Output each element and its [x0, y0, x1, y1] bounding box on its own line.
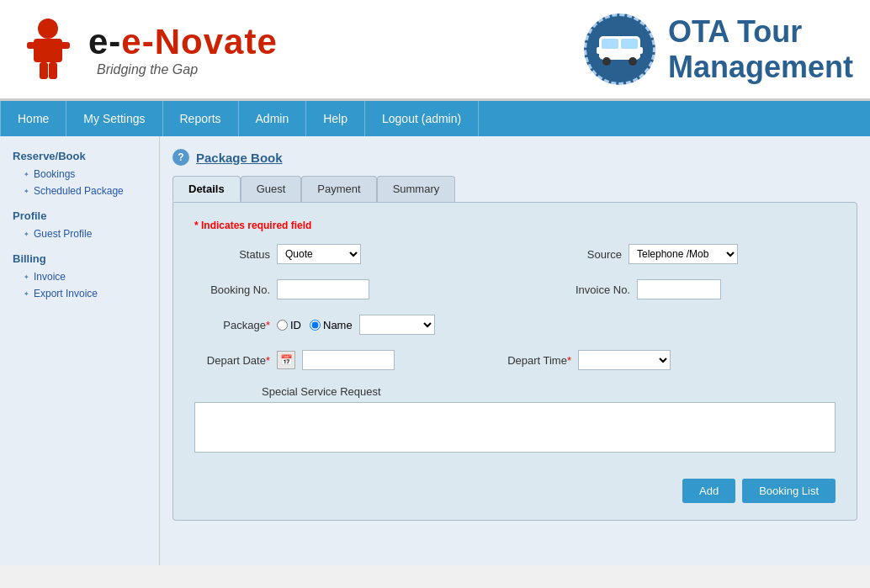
- svg-rect-13: [639, 47, 643, 54]
- svg-rect-4: [40, 62, 48, 79]
- nav-logout[interactable]: Logout (admin): [365, 101, 479, 136]
- tab-payment[interactable]: Payment: [301, 176, 376, 202]
- bus-icon-circle: [584, 13, 655, 85]
- depart-time-select[interactable]: [578, 350, 671, 370]
- page-title-row: ? Package Book: [172, 149, 857, 166]
- invoice-no-input[interactable]: [637, 279, 721, 299]
- invoice-no-group: Invoice No.: [554, 279, 721, 299]
- svg-rect-3: [58, 42, 70, 49]
- sidebar-item-export-invoice[interactable]: Export Invoice: [0, 285, 159, 302]
- depart-date-label: Depart Date*: [194, 354, 270, 367]
- sidebar: Reserve/Book Bookings Scheduled Package …: [0, 136, 160, 565]
- depart-date-input[interactable]: [302, 350, 395, 370]
- logo-left: e-e-Novate Bridging the Gap: [17, 13, 278, 85]
- special-service-label: Special Service Request: [262, 385, 836, 398]
- sidebar-section-billing[interactable]: Billing: [0, 247, 159, 268]
- add-button[interactable]: Add: [682, 479, 735, 503]
- svg-point-11: [629, 57, 637, 66]
- required-note: * Indicates required field: [194, 220, 836, 231]
- booking-no-label: Booking No.: [194, 283, 270, 296]
- sidebar-section-reserve-book[interactable]: Reserve/Book: [0, 145, 159, 166]
- depart-date-group: Depart Date* 📅: [194, 350, 395, 370]
- source-select[interactable]: Telephone /Mob Email Walk-in Online: [629, 244, 738, 264]
- radio-name[interactable]: [310, 320, 321, 331]
- content-area: ? Package Book Details Guest Payment Sum…: [160, 136, 870, 565]
- invoice-no-label: Invoice No.: [554, 283, 630, 296]
- radio-id-label[interactable]: ID: [277, 319, 301, 331]
- tab-summary[interactable]: Summary: [377, 176, 456, 202]
- source-group: Source Telephone /Mob Email Walk-in Onli…: [546, 244, 738, 264]
- enovate-logo-icon: [17, 13, 80, 85]
- depart-time-label: Depart Time*: [496, 354, 571, 367]
- special-service-section: Special Service Request: [194, 385, 836, 455]
- svg-rect-2: [27, 42, 39, 49]
- calendar-icon[interactable]: 📅: [277, 351, 295, 369]
- logo-enovate: e-e-Novate: [88, 22, 278, 62]
- ota-title: OTA Tour Management: [668, 14, 853, 85]
- sidebar-item-bookings[interactable]: Bookings: [0, 166, 159, 183]
- logo-text: e-e-Novate Bridging the Gap: [88, 22, 278, 77]
- tab-guest[interactable]: Guest: [241, 176, 302, 202]
- svg-rect-7: [602, 39, 618, 49]
- svg-rect-1: [34, 39, 62, 62]
- package-group: Package* ID Name: [194, 315, 435, 335]
- tabs: Details Guest Payment Summary: [172, 176, 857, 202]
- nav-home[interactable]: Home: [0, 101, 66, 136]
- header: e-e-Novate Bridging the Gap OTA Tour Man…: [0, 0, 870, 101]
- depart-time-group: Depart Time*: [496, 350, 671, 370]
- form-area: * Indicates required field Status Quote …: [172, 202, 857, 521]
- page-title: Package Book: [196, 151, 283, 165]
- booking-list-button[interactable]: Booking List: [742, 479, 836, 503]
- special-service-textarea[interactable]: [194, 402, 836, 453]
- svg-point-10: [602, 57, 611, 66]
- navbar: Home My Settings Reports Admin Help Logo…: [0, 101, 870, 136]
- nav-help[interactable]: Help: [306, 101, 365, 136]
- button-row: Add Booking List: [194, 470, 836, 503]
- sidebar-item-invoice[interactable]: Invoice: [0, 268, 159, 285]
- sidebar-section-profile[interactable]: Profile: [0, 204, 159, 225]
- nav-admin[interactable]: Admin: [239, 101, 307, 136]
- help-icon[interactable]: ?: [172, 149, 189, 166]
- package-radio-group: ID Name: [277, 319, 353, 331]
- radio-name-label[interactable]: Name: [310, 319, 353, 331]
- booking-invoice-row: Booking No. Invoice No.: [194, 279, 836, 299]
- logo-tagline: Bridging the Gap: [97, 62, 278, 77]
- booking-no-input[interactable]: [277, 279, 369, 299]
- logo-right: OTA Tour Management: [584, 13, 853, 85]
- depart-row: Depart Date* 📅 Depart Time*: [194, 350, 836, 370]
- package-select[interactable]: [359, 315, 435, 335]
- source-label: Source: [546, 248, 622, 261]
- main-container: Reserve/Book Bookings Scheduled Package …: [0, 136, 870, 565]
- svg-rect-12: [597, 47, 601, 54]
- nav-my-settings[interactable]: My Settings: [66, 101, 162, 136]
- svg-point-0: [38, 19, 58, 39]
- svg-rect-9: [599, 50, 640, 57]
- package-label: Package*: [194, 319, 270, 331]
- sidebar-item-scheduled-package[interactable]: Scheduled Package: [0, 183, 159, 199]
- tab-details[interactable]: Details: [172, 176, 241, 202]
- svg-rect-8: [621, 39, 638, 49]
- radio-id[interactable]: [277, 320, 288, 331]
- status-label: Status: [194, 248, 270, 261]
- sidebar-item-guest-profile[interactable]: Guest Profile: [0, 225, 159, 242]
- svg-rect-5: [49, 62, 57, 79]
- status-select[interactable]: Quote Confirmed Cancelled: [277, 244, 361, 264]
- status-group: Status Quote Confirmed Cancelled: [194, 244, 361, 264]
- nav-reports[interactable]: Reports: [163, 101, 239, 136]
- booking-no-group: Booking No.: [194, 279, 369, 299]
- status-source-row: Status Quote Confirmed Cancelled Source …: [194, 244, 836, 264]
- package-row: Package* ID Name: [194, 315, 836, 335]
